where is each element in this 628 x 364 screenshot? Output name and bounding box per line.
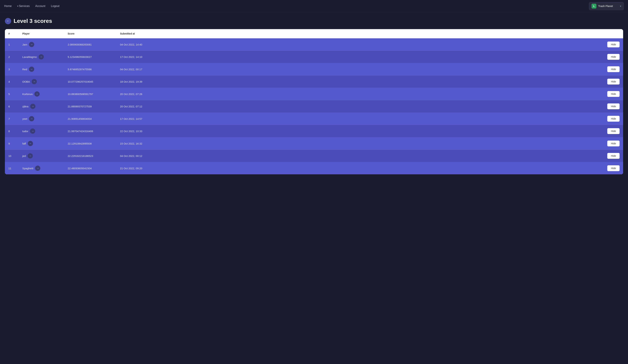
table-row: 7 yeet → 21.90891456604004 17 Oct 2022, … <box>5 113 623 125</box>
score-cell: 22.229162216186523 <box>64 150 117 162</box>
player-name: tudor <box>22 130 28 133</box>
nav-logout[interactable]: Logout <box>51 4 60 8</box>
hide-button[interactable]: Hide <box>607 128 620 134</box>
player-cell: Jam → <box>19 38 64 51</box>
org-avatar: L <box>592 4 596 8</box>
player-name: OOBA <box>22 80 30 83</box>
table-row: 3 Red → 5.874685287475586 04 Oct 2022, 0… <box>5 63 623 75</box>
rank-cell: 6 <box>5 100 19 113</box>
score-cell: 10.883800506591797 <box>64 88 117 100</box>
hide-button[interactable]: Hide <box>607 54 620 60</box>
date-cell: 04 Oct 2022, 00:17 <box>117 63 169 75</box>
nav-services-dropdown[interactable]: ▾ Services <box>17 4 30 8</box>
player-cell: faff → <box>19 137 64 150</box>
rank-cell: 5 <box>5 88 19 100</box>
player-name: Jam <box>22 43 27 46</box>
player-cell: zjikra → <box>19 100 64 113</box>
player-name: yeet <box>22 117 27 120</box>
date-cell: 15 Oct 2022, 16:32 <box>117 137 169 150</box>
action-cell: Hide <box>169 137 623 150</box>
action-cell: Hide <box>169 51 623 63</box>
player-cell: Spaghetti → <box>19 162 64 174</box>
score-cell: 10.077296257019045 <box>64 75 117 88</box>
hide-button[interactable]: Hide <box>607 79 620 85</box>
hide-button[interactable]: Hide <box>607 103 620 109</box>
player-link-button[interactable]: → <box>30 104 35 109</box>
table-row: 11 Spaghetti → 22.48093605041504 21 Oct … <box>5 162 623 174</box>
action-cell: Hide <box>169 75 623 88</box>
table-row: 4 OOBA → 10.077296257019045 18 Oct 2022,… <box>5 75 623 88</box>
player-name: jed <box>22 154 26 157</box>
date-cell: 04 Oct 2022, 00:12 <box>117 150 169 162</box>
org-selector[interactable]: L Trash Planet ▾ <box>589 2 624 10</box>
score-cell: 21.997047424316406 <box>64 125 117 137</box>
nav-left: Home ▾ Services Account Logout <box>4 4 60 8</box>
table-row: 2 LavaMagmo → 5.123496055603027 17 Oct 2… <box>5 51 623 63</box>
col-header-player: Player <box>19 29 64 38</box>
player-name: faff <box>22 142 26 145</box>
nav-services-label: Services <box>19 4 30 8</box>
score-cell: 22.48093605041504 <box>64 162 117 174</box>
nav-right: L Trash Planet ▾ <box>589 2 624 10</box>
page-header: ← Level 3 scores <box>5 18 623 24</box>
score-cell: 21.90891456604004 <box>64 113 117 125</box>
hide-button[interactable]: Hide <box>607 153 620 159</box>
hide-button[interactable]: Hide <box>607 91 620 97</box>
table-row: 8 tudor → 21.997047424316406 22 Oct 2022… <box>5 125 623 137</box>
action-cell: Hide <box>169 113 623 125</box>
player-name: Spaghetti <box>22 167 33 170</box>
org-chevron-icon: ▾ <box>620 5 621 7</box>
navbar: Home ▾ Services Account Logout L Trash P… <box>0 0 628 12</box>
hide-button[interactable]: Hide <box>607 116 620 122</box>
rank-cell: 7 <box>5 113 19 125</box>
date-cell: 21 Oct 2022, 09:20 <box>117 162 169 174</box>
date-cell: 20 Oct 2022, 07:26 <box>117 88 169 100</box>
main-content: ← Level 3 scores # Player Score Submitte… <box>0 12 628 180</box>
score-cell: 22.12910842895508 <box>64 137 117 150</box>
score-cell: 21.88089370727539 <box>64 100 117 113</box>
table-row: 6 zjikra → 21.88089370727539 20 Oct 2022… <box>5 100 623 113</box>
hide-button[interactable]: Hide <box>607 66 620 72</box>
score-cell: 5.874685287475586 <box>64 63 117 75</box>
action-cell: Hide <box>169 150 623 162</box>
action-cell: Hide <box>169 38 623 51</box>
player-link-button[interactable]: → <box>28 153 33 158</box>
player-link-button[interactable]: → <box>30 128 35 134</box>
player-link-button[interactable]: → <box>39 54 44 60</box>
org-name: Trash Planet <box>598 4 618 7</box>
player-cell: Red → <box>19 63 64 75</box>
player-link-button[interactable]: → <box>34 91 40 97</box>
col-header-rank: # <box>5 29 19 38</box>
action-cell: Hide <box>169 63 623 75</box>
date-cell: 17 Oct 2022, 14:57 <box>117 113 169 125</box>
player-link-button[interactable]: → <box>35 166 40 171</box>
action-cell: Hide <box>169 100 623 113</box>
date-cell: 22 Oct 2022, 10:33 <box>117 125 169 137</box>
player-name: Red <box>22 68 27 71</box>
table-row: 1 Jam → 2.085900068283081 04 Oct 2022, 1… <box>5 38 623 51</box>
player-link-button[interactable]: → <box>32 79 37 84</box>
score-cell: 5.123496055603027 <box>64 51 117 63</box>
score-cell: 2.085900068283081 <box>64 38 117 51</box>
player-name: Korbinus <box>22 93 33 96</box>
hide-button[interactable]: Hide <box>607 140 620 146</box>
player-link-button[interactable]: → <box>29 116 34 121</box>
player-link-button[interactable]: → <box>29 42 34 47</box>
player-name: zjikra <box>22 105 28 108</box>
table-header: # Player Score Submitted at <box>5 29 623 38</box>
back-button[interactable]: ← <box>5 18 11 24</box>
player-cell: LavaMagmo → <box>19 51 64 63</box>
rank-cell: 4 <box>5 75 19 88</box>
hide-button[interactable]: Hide <box>607 165 620 171</box>
nav-account[interactable]: Account <box>35 4 45 8</box>
date-cell: 17 Oct 2022, 14:10 <box>117 51 169 63</box>
player-link-button[interactable]: → <box>28 141 33 146</box>
hide-button[interactable]: Hide <box>607 42 620 47</box>
scores-table: # Player Score Submitted at 1 Jam → 2.08… <box>5 29 623 174</box>
player-cell: OOBA → <box>19 75 64 88</box>
player-link-button[interactable]: → <box>29 66 34 72</box>
col-header-score: Score <box>64 29 117 38</box>
action-cell: Hide <box>169 88 623 100</box>
nav-home[interactable]: Home <box>4 4 12 8</box>
chevron-down-icon: ▾ <box>17 5 18 7</box>
